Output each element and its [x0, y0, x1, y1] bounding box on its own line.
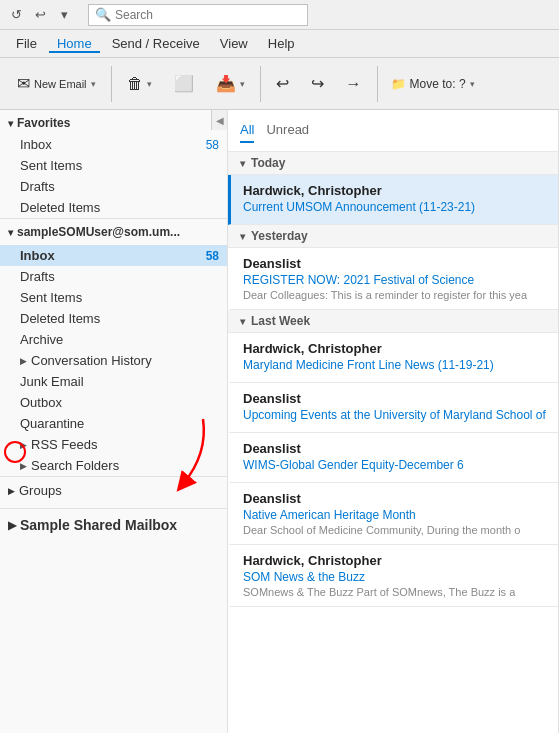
refresh-icon[interactable]: ↺ — [8, 7, 24, 23]
email-item-2-3[interactable]: Deanslist Native American Heritage Month… — [228, 483, 558, 545]
title-bar: ↺ ↩ ▾ 🔍 — [0, 0, 559, 30]
sidebar-item-drafts-fav[interactable]: Drafts — [0, 176, 227, 197]
email-subject-0-0: Current UMSOM Announcement (11-23-21) — [243, 200, 546, 214]
main-content: ◀ ▾ Favorites Inbox 58 Sent Items Drafts… — [0, 110, 559, 733]
toolbar: ✉ New Email ▾ 🗑 ▾ ⬜ 📥 ▾ ↩ ↪ → 📁 Move to:… — [0, 58, 559, 110]
sidebar-item-search-folders[interactable]: ▶ Search Folders — [0, 455, 227, 476]
undo-icon[interactable]: ↩ — [32, 7, 48, 23]
drafts-label: Drafts — [20, 269, 55, 284]
section-yesterday: ▾ Yesterday — [228, 225, 558, 248]
search-icon: 🔍 — [95, 7, 111, 22]
sidebar-item-quarantine[interactable]: Quarantine — [0, 413, 227, 434]
toolbar-sep-1 — [111, 66, 112, 102]
email-subject-2-3: Native American Heritage Month — [243, 508, 546, 522]
sidebar-item-inbox[interactable]: Inbox 58 — [0, 245, 227, 266]
new-email-label: New Email — [34, 78, 87, 90]
tab-unread[interactable]: Unread — [266, 118, 309, 143]
sidebar-item-archive[interactable]: Archive — [0, 329, 227, 350]
sidebar-collapse-button[interactable]: ◀ — [211, 110, 227, 130]
sidebar-item-junk[interactable]: Junk Email — [0, 371, 227, 392]
email-subject-2-0: Maryland Medicine Front Line News (11-19… — [243, 358, 546, 372]
delete-dropdown-arrow[interactable]: ▾ — [147, 79, 152, 89]
email-sender-1-0: Deanslist — [243, 256, 546, 271]
quick-access-icon[interactable]: ▾ — [56, 7, 72, 23]
favorites-header[interactable]: ▾ Favorites — [0, 110, 227, 134]
account-label: sampleSOMUser@som.um... — [17, 225, 180, 239]
sidebar-item-conv-history[interactable]: ▶ Conversation History — [0, 350, 227, 371]
sidebar-item-sent-fav[interactable]: Sent Items — [0, 155, 227, 176]
clean-button[interactable]: ⬜ — [165, 64, 203, 104]
sidebar-item-inbox-fav[interactable]: Inbox 58 — [0, 134, 227, 155]
sidebar-item-sent[interactable]: Sent Items — [0, 287, 227, 308]
groups-label: Groups — [19, 483, 62, 498]
email-list: All Unread ▾ Today Hardwick, Christopher… — [228, 110, 559, 733]
groups-item[interactable]: ▶ Groups — [0, 476, 227, 504]
tab-all[interactable]: All — [240, 118, 254, 143]
email-item-2-1[interactable]: Deanslist Upcoming Events at the Univers… — [228, 383, 558, 433]
inbox-fav-count: 58 — [206, 138, 219, 152]
forward-button[interactable]: → — [337, 64, 371, 104]
undo-button[interactable]: ↩ — [267, 64, 298, 104]
deleted-label: Deleted Items — [20, 311, 100, 326]
menu-home[interactable]: Home — [49, 34, 100, 53]
new-email-button[interactable]: ✉ New Email ▾ — [8, 64, 105, 104]
email-item-2-0[interactable]: Hardwick, Christopher Maryland Medicine … — [228, 333, 558, 383]
menu-bar: File Home Send / Receive View Help — [0, 30, 559, 58]
email-item-1-0[interactable]: Deanslist REGISTER NOW: 2021 Festival of… — [228, 248, 558, 310]
window-controls: ↺ ↩ ▾ — [8, 7, 72, 23]
quarantine-label: Quarantine — [20, 416, 84, 431]
account-chevron: ▾ — [8, 227, 13, 238]
sidebar-item-deleted-fav[interactable]: Deleted Items — [0, 197, 227, 218]
search-folders-chevron: ▶ — [20, 461, 27, 471]
new-email-dropdown-arrow[interactable]: ▾ — [91, 79, 96, 89]
groups-chevron: ▶ — [8, 486, 15, 496]
sidebar-item-rss[interactable]: ▶ RSS Feeds — [0, 434, 227, 455]
new-email-icon: ✉ — [17, 74, 30, 93]
sidebar-item-outbox[interactable]: Outbox — [0, 392, 227, 413]
sidebar-item-drafts[interactable]: Drafts — [0, 266, 227, 287]
move-to-label: Move to: ? — [410, 77, 466, 91]
archive-icon: 📥 — [216, 74, 236, 93]
move-to-button[interactable]: 📁 Move to: ? ▾ — [384, 64, 482, 104]
email-item-0-0[interactable]: Hardwick, Christopher Current UMSOM Anno… — [228, 175, 558, 225]
section-last-week: ▾ Last Week — [228, 310, 558, 333]
delete-button[interactable]: 🗑 ▾ — [118, 64, 161, 104]
last-week-chevron: ▾ — [240, 316, 245, 327]
favorites-chevron: ▾ — [8, 118, 13, 129]
account-header[interactable]: ▾ sampleSOMUser@som.um... — [0, 218, 227, 245]
menu-help[interactable]: Help — [260, 34, 303, 53]
rss-chevron: ▶ — [20, 440, 27, 450]
inbox-label: Inbox — [20, 248, 55, 263]
archive-button[interactable]: 📥 ▾ — [207, 64, 254, 104]
email-item-2-2[interactable]: Deanslist WIMS-Global Gender Equity-Dece… — [228, 433, 558, 483]
search-input[interactable] — [115, 8, 301, 22]
forward-icon: → — [346, 75, 362, 93]
email-item-2-4[interactable]: Hardwick, Christopher SOM News & the Buz… — [228, 545, 558, 607]
menu-file[interactable]: File — [8, 34, 45, 53]
clean-icon: ⬜ — [174, 74, 194, 93]
menu-send-receive[interactable]: Send / Receive — [104, 34, 208, 53]
shared-mailbox-item[interactable]: ▶ Sample Shared Mailbox — [0, 508, 227, 541]
move-to-icon: 📁 — [391, 77, 406, 91]
delete-icon: 🗑 — [127, 75, 143, 93]
email-sender-2-2: Deanslist — [243, 441, 546, 456]
search-bar: 🔍 — [88, 4, 551, 26]
email-preview-1-0: Dear Colleagues: This is a reminder to r… — [243, 289, 546, 301]
email-subject-2-2: WIMS-Global Gender Equity-December 6 — [243, 458, 546, 472]
toolbar-sep-2 — [260, 66, 261, 102]
conv-history-label: Conversation History — [31, 353, 152, 368]
email-sender-2-1: Deanslist — [243, 391, 546, 406]
sidebar-item-deleted[interactable]: Deleted Items — [0, 308, 227, 329]
email-sender-2-3: Deanslist — [243, 491, 546, 506]
archive-label: Archive — [20, 332, 63, 347]
drafts-fav-label: Drafts — [20, 179, 55, 194]
menu-view[interactable]: View — [212, 34, 256, 53]
outbox-label: Outbox — [20, 395, 62, 410]
archive-dropdown-arrow[interactable]: ▾ — [240, 79, 245, 89]
sent-fav-label: Sent Items — [20, 158, 82, 173]
rss-label: RSS Feeds — [31, 437, 97, 452]
shared-mailbox-chevron: ▶ — [8, 519, 16, 532]
redo-button[interactable]: ↪ — [302, 64, 333, 104]
move-to-dropdown-arrow[interactable]: ▾ — [470, 79, 475, 89]
conv-history-chevron: ▶ — [20, 356, 27, 366]
